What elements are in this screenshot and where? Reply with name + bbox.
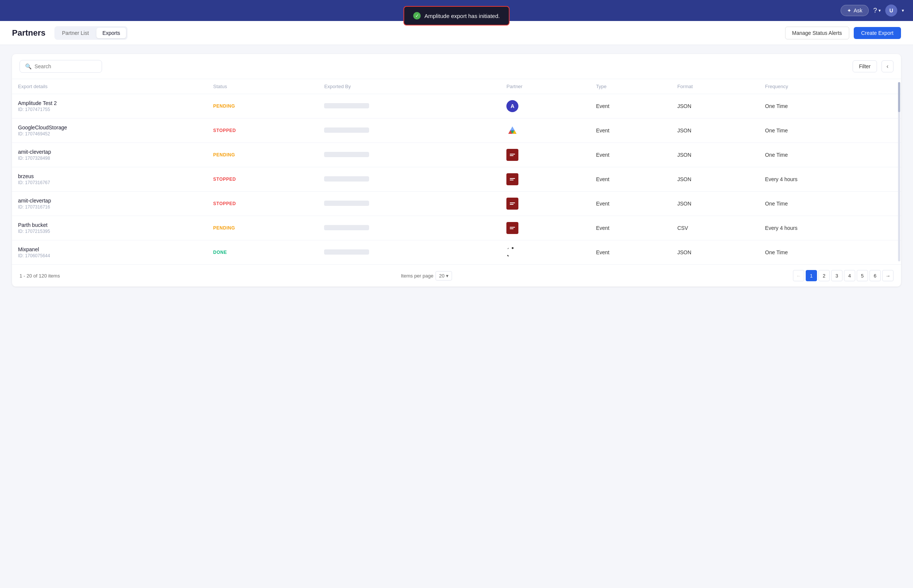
svg-rect-13: [510, 204, 514, 205]
cell-format-5: CSV: [671, 216, 759, 241]
svg-rect-12: [510, 202, 515, 203]
avatar[interactable]: U: [885, 5, 897, 16]
cell-type-4: Event: [590, 192, 671, 216]
cell-frequency-1: One Time: [759, 118, 901, 143]
cell-format-6: JSON: [671, 241, 759, 265]
cell-partner-4: [500, 192, 590, 216]
amplitude-icon: A: [506, 100, 519, 112]
page-2-button[interactable]: 2: [818, 270, 830, 281]
table-row: amit-clevertap ID: 1707316716 STOPPED Ev…: [12, 192, 901, 216]
cell-status-1: STOPPED: [207, 118, 318, 143]
cell-exported-by-4: [318, 192, 500, 216]
toolbar-right: Filter ‹: [853, 60, 894, 73]
col-exported-by: Exported By: [318, 79, 500, 94]
svg-rect-5: [509, 151, 516, 158]
help-circle-icon: ?: [873, 7, 877, 15]
page-6-button[interactable]: 6: [869, 270, 881, 281]
page-title: Partners: [12, 28, 45, 38]
next-page-button[interactable]: →: [882, 270, 894, 281]
table-row: amit-clevertap ID: 1707328498 PENDING Ev…: [12, 143, 901, 167]
cell-frequency-6: One Time: [759, 241, 901, 265]
cell-export-details-0: Amplitude Test 2 ID: 1707471755: [12, 94, 207, 118]
cell-exported-by-3: [318, 167, 500, 192]
table-body: Amplitude Test 2 ID: 1707471755 PENDING …: [12, 94, 901, 265]
page-1-button[interactable]: 1: [806, 270, 817, 281]
status-badge-5: PENDING: [213, 224, 235, 232]
create-export-button[interactable]: Create Export: [854, 27, 901, 39]
cell-exported-by-0: [318, 94, 500, 118]
cell-exported-by-5: [318, 216, 500, 241]
help-button[interactable]: ? ▾: [873, 7, 881, 15]
clevertap-icon: [506, 149, 519, 161]
export-name-2: amit-clevertap: [18, 149, 201, 155]
search-input[interactable]: [34, 63, 96, 69]
exported-by-placeholder-1: [324, 128, 369, 133]
collapse-button[interactable]: ‹: [881, 60, 894, 73]
cell-frequency-5: Every 4 hours: [759, 216, 901, 241]
prev-arrow-icon: ←: [796, 273, 801, 279]
page-5-button[interactable]: 5: [857, 270, 868, 281]
page-3-button[interactable]: 3: [831, 270, 842, 281]
export-name-3: brzeus: [18, 173, 201, 179]
svg-rect-14: [509, 224, 516, 232]
cell-exported-by-2: [318, 143, 500, 167]
cell-format-3: JSON: [671, 167, 759, 192]
table-container: 🔍 Filter ‹ Export details Status Exporte…: [12, 54, 901, 286]
cell-type-3: Event: [590, 167, 671, 192]
cell-type-5: Event: [590, 216, 671, 241]
table-row: Mixpanel ID: 1706075644 DONE • • • Event…: [12, 241, 901, 265]
svg-marker-1: [511, 126, 515, 130]
col-type: Type: [590, 79, 671, 94]
export-id-1: ID: 1707469452: [18, 131, 201, 137]
exported-by-placeholder-5: [324, 225, 369, 230]
table-row: GoogleCloudStorage ID: 1707469452 STOPPE…: [12, 118, 901, 143]
ask-label: Ask: [854, 8, 862, 13]
exported-by-placeholder-0: [324, 103, 369, 108]
per-page-dropdown[interactable]: 20 ▾: [435, 271, 452, 281]
status-badge-2: PENDING: [213, 151, 235, 158]
gcs-icon: [506, 124, 519, 137]
cell-status-6: DONE: [207, 241, 318, 265]
cell-partner-6: • • •: [500, 241, 590, 265]
tab-exports[interactable]: Exports: [96, 28, 126, 38]
exported-by-placeholder-4: [324, 200, 369, 206]
status-badge-6: DONE: [213, 249, 227, 256]
export-name-5: Parth bucket: [18, 222, 201, 228]
export-id-4: ID: 1707316716: [18, 204, 201, 210]
cell-export-details-5: Parth bucket ID: 1707215395: [12, 216, 207, 241]
cell-partner-3: [500, 167, 590, 192]
exported-by-placeholder-2: [324, 152, 369, 157]
cell-type-1: Event: [590, 118, 671, 143]
tab-partner-list[interactable]: Partner List: [56, 28, 95, 38]
cell-frequency-2: One Time: [759, 143, 901, 167]
export-id-5: ID: 1707215395: [18, 229, 201, 234]
search-box[interactable]: 🔍: [19, 60, 102, 73]
ask-button[interactable]: ✦ Ask: [840, 5, 869, 16]
search-icon: 🔍: [25, 63, 32, 69]
cell-format-1: JSON: [671, 118, 759, 143]
cell-status-2: PENDING: [207, 143, 318, 167]
filter-button[interactable]: Filter: [853, 60, 877, 73]
col-frequency: Frequency: [759, 79, 901, 94]
svg-rect-15: [510, 227, 515, 228]
cell-status-3: STOPPED: [207, 167, 318, 192]
status-badge-0: PENDING: [213, 102, 235, 110]
manage-status-alerts-button[interactable]: Manage Status Alerts: [785, 27, 849, 39]
per-page-value: 20: [439, 273, 444, 279]
cell-format-0: JSON: [671, 94, 759, 118]
header-actions: Manage Status Alerts Create Export: [785, 27, 901, 39]
page-4-button[interactable]: 4: [844, 270, 855, 281]
prev-page-button[interactable]: ←: [793, 270, 804, 281]
status-badge-1: STOPPED: [213, 127, 236, 134]
avatar-letter: U: [889, 8, 893, 13]
cell-export-details-3: brzeus ID: 1707316767: [12, 167, 207, 192]
export-id-2: ID: 1707328498: [18, 156, 201, 161]
cell-type-2: Event: [590, 143, 671, 167]
svg-rect-11: [509, 200, 516, 207]
svg-rect-8: [509, 176, 516, 183]
cell-frequency-0: One Time: [759, 94, 901, 118]
cell-type-0: Event: [590, 94, 671, 118]
next-arrow-icon: →: [885, 273, 890, 279]
clevertap-icon: [506, 173, 519, 185]
col-format: Format: [671, 79, 759, 94]
